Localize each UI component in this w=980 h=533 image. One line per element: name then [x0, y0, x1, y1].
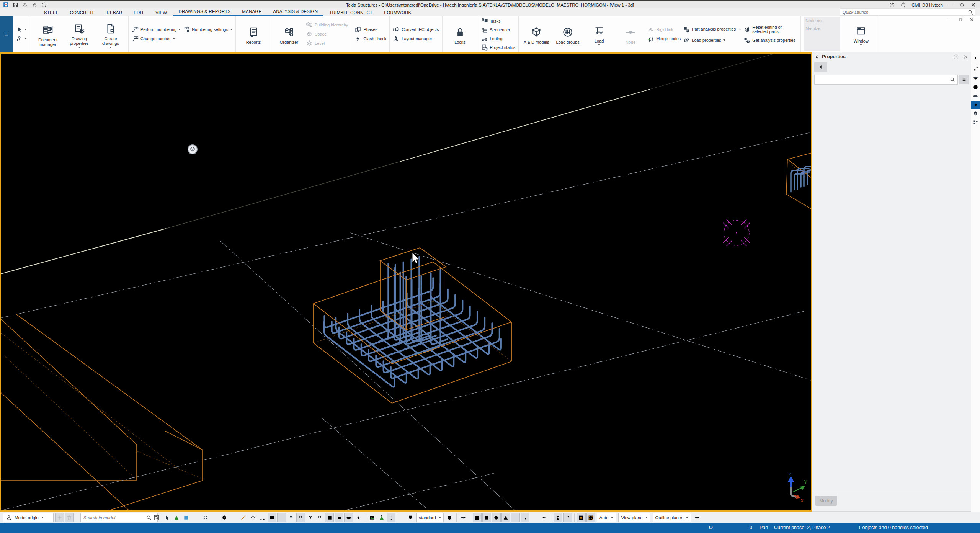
history-icon[interactable] — [41, 2, 47, 8]
redo-icon[interactable] — [32, 2, 38, 8]
dropdown-caret-icon[interactable] — [739, 29, 741, 30]
dropdown-caret-icon[interactable] — [598, 44, 600, 46]
snap-frame-button[interactable] — [586, 513, 595, 522]
a-and-d-models-button[interactable]: A & D models — [522, 24, 551, 45]
visibility-eye-button[interactable] — [459, 513, 468, 522]
panel-help-icon[interactable] — [953, 54, 959, 60]
model-search[interactable] — [80, 513, 158, 522]
snap-circle-button[interactable] — [492, 513, 501, 522]
minimize-icon[interactable] — [948, 2, 954, 8]
model-viewport[interactable]: z Y x — [0, 52, 812, 512]
dropdown-caret-icon[interactable] — [860, 44, 862, 46]
load-groups-button[interactable]: Load groups — [553, 24, 582, 45]
restore-icon[interactable] — [959, 2, 965, 8]
select-grid-button[interactable] — [191, 513, 200, 522]
dropdown-caret-icon[interactable] — [24, 38, 27, 39]
applications-icon[interactable] — [971, 65, 980, 74]
select-cone-button[interactable] — [172, 513, 181, 522]
snap-plane-select[interactable]: View plane — [618, 513, 650, 522]
web-icon[interactable] — [971, 83, 980, 91]
select-surface-button[interactable] — [325, 513, 334, 522]
select-tool-button[interactable] — [16, 25, 27, 34]
ribbon-menu-button[interactable] — [0, 16, 13, 52]
select-list-button[interactable] — [277, 513, 286, 522]
snap-triangle-button[interactable] — [501, 513, 510, 522]
snap-depth-select[interactable]: Auto — [597, 513, 616, 522]
select-rebar-single-button[interactable] — [315, 513, 324, 522]
select-angle-button[interactable] — [354, 513, 363, 522]
select-cone-point-button[interactable] — [377, 513, 386, 522]
dropdown-caret-icon[interactable] — [230, 29, 232, 30]
rendering-select[interactable]: Outline planes — [653, 513, 691, 522]
snap-preset-select[interactable]: standard — [416, 513, 444, 522]
tab-edit[interactable]: EDIT — [128, 10, 150, 16]
select-view-button[interactable] — [268, 513, 276, 522]
close-icon[interactable] — [970, 2, 976, 8]
tab-drawings-reports[interactable]: DRAWINGS & REPORTS — [173, 8, 236, 15]
panel-close-icon[interactable] — [963, 54, 969, 60]
dropdown-caret-icon[interactable] — [109, 47, 112, 48]
snap-nearest-button[interactable] — [540, 513, 549, 522]
model-search-scope-icon[interactable] — [154, 515, 160, 521]
dropdown-caret-icon[interactable] — [178, 29, 181, 30]
snap-endpoint-button[interactable] — [473, 513, 482, 522]
stopwatch-icon[interactable] — [900, 2, 906, 8]
document-manager-button[interactable]: Document manager — [33, 21, 62, 47]
tab-rebar[interactable]: REBAR — [101, 10, 128, 16]
properties-search[interactable] — [814, 75, 958, 85]
tasks-button[interactable]: Tasks — [481, 17, 516, 25]
quick-launch[interactable] — [840, 8, 975, 16]
clash-check-button[interactable]: Clash check — [354, 34, 386, 43]
drawing-properties-button[interactable]: Drawing properties — [65, 20, 94, 48]
load-properties-button[interactable]: Load properties — [683, 36, 741, 44]
model-tree-icon[interactable] — [971, 110, 980, 118]
select-bracket-button[interactable] — [335, 513, 343, 522]
snap-perpendicular-button[interactable] — [521, 513, 529, 522]
dropdown-caret-icon[interactable] — [723, 39, 725, 41]
doc-close-icon[interactable] — [969, 17, 975, 23]
select-pointer-button[interactable] — [162, 513, 171, 522]
part-analysis-properties-button[interactable]: Part analysis properties — [683, 24, 741, 35]
cloud-icon[interactable] — [971, 92, 980, 100]
snap-cross-button[interactable] — [511, 513, 520, 522]
create-drawings-button[interactable]: Create drawings — [96, 20, 125, 48]
snap-ball-button[interactable] — [445, 513, 454, 522]
learning-icon[interactable] — [971, 74, 980, 82]
select-grid-lines-button[interactable] — [229, 513, 238, 522]
snap-square-button[interactable] — [482, 513, 491, 522]
tab-concrete[interactable]: CONCRETE — [64, 10, 101, 16]
help-icon[interactable] — [889, 2, 895, 8]
properties-search-input[interactable] — [815, 77, 949, 82]
phases-button[interactable]: Phases — [354, 25, 386, 34]
get-analysis-properties-button[interactable]: Get analysis properties — [743, 36, 797, 44]
locks-button[interactable]: Locks — [446, 24, 475, 45]
visibility-eye-2-button[interactable] — [693, 513, 701, 522]
dropdown-caret-icon[interactable] — [24, 29, 27, 30]
collapse-panel-icon[interactable] — [971, 54, 980, 62]
window-button[interactable]: Window — [846, 23, 875, 46]
sequencer-button[interactable]: Sequencer — [481, 26, 516, 34]
tab-steel[interactable]: STEEL — [38, 10, 64, 16]
select-grid-plane-button[interactable] — [239, 513, 248, 522]
select-rebar-set-button[interactable] — [296, 513, 305, 522]
snap-magnet-button[interactable] — [406, 513, 415, 522]
change-number-button[interactable]: Change number — [132, 34, 181, 43]
components-icon[interactable] — [971, 118, 980, 126]
select-points-button[interactable] — [201, 513, 209, 522]
select-part-button[interactable] — [220, 513, 229, 522]
select-flag-button[interactable] — [287, 513, 296, 522]
model-origin-select[interactable]: Model origin — [3, 513, 54, 522]
perform-numbering-button[interactable]: Perform numbering — [132, 25, 181, 34]
snap-pattern-2-button[interactable] — [396, 513, 405, 522]
tab-analysis-design[interactable]: ANALYSIS & DESIGN — [267, 8, 323, 15]
organizer-button[interactable]: Organizer — [274, 24, 304, 45]
layout-manager-button[interactable]: Layout manager — [393, 34, 439, 43]
select-rebar-group-button[interactable] — [306, 513, 315, 522]
snap-ortho-button[interactable] — [577, 513, 586, 522]
tab-view[interactable]: VIEW — [150, 10, 173, 16]
dropdown-caret-icon[interactable] — [78, 47, 80, 48]
reports-button[interactable]: Reports — [239, 24, 268, 45]
context-help-button[interactable] — [16, 34, 27, 43]
snap-hourglass-button[interactable] — [554, 513, 562, 522]
properties-icon[interactable] — [971, 101, 980, 109]
